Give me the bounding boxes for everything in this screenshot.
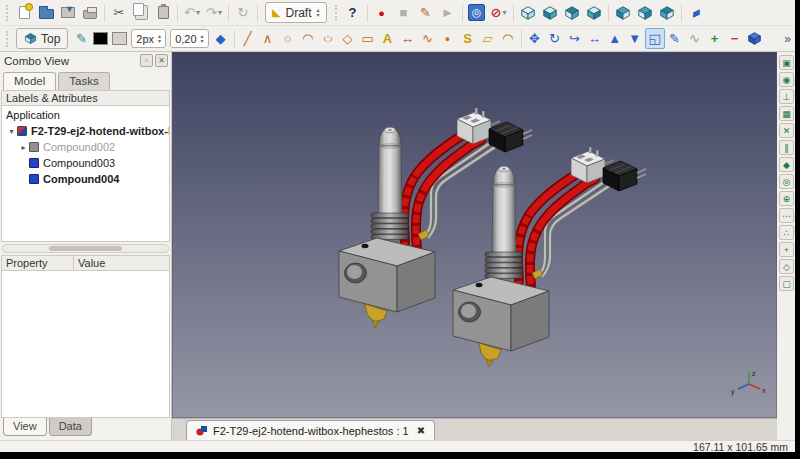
snap-endpoint-button[interactable]: ◉ — [779, 72, 794, 87]
toolbar-handle[interactable] — [6, 5, 9, 21]
redo-button[interactable]: ↷▾ — [203, 2, 225, 23]
draft-bspline-button[interactable]: ∿ — [418, 28, 438, 49]
draft-move-button[interactable]: ✥ — [525, 28, 545, 49]
tab-tasks[interactable]: Tasks — [58, 72, 109, 90]
snap-near-button[interactable]: ∴ — [779, 225, 794, 240]
draft-offset-button[interactable]: ↪ — [565, 28, 585, 49]
property-column-header[interactable]: Property — [1, 255, 73, 271]
snap-intersection-button[interactable]: ✕ — [779, 123, 794, 138]
macro-record-button[interactable]: ● — [371, 2, 393, 23]
snap-special-button[interactable]: ◆ — [779, 157, 794, 172]
draw-style-button[interactable]: ⊘▾ — [488, 2, 510, 23]
draft-point-button[interactable]: ● — [438, 28, 458, 49]
view-bottom-button[interactable] — [634, 2, 656, 23]
line-color-swatch[interactable] — [93, 32, 108, 45]
face-color-swatch[interactable] — [112, 32, 127, 45]
draft-addpoint-button[interactable]: + — [705, 28, 725, 49]
combo-view-titlebar[interactable]: Combo View ▫ ✕ — [0, 52, 171, 69]
draft-edit-button[interactable]: ✎ — [665, 28, 685, 49]
document-tab[interactable]: F2-T29-ej2-hotend-witbox-hephestos : 1 ✖ — [186, 420, 435, 440]
tab-view[interactable]: View — [3, 418, 47, 436]
tab-data[interactable]: Data — [49, 418, 92, 436]
view-rear-button[interactable] — [612, 2, 634, 23]
snap-angle-button[interactable]: ◇ — [779, 259, 794, 274]
view-front-button[interactable] — [539, 2, 561, 23]
toolbar-handle[interactable] — [335, 5, 338, 21]
macro-edit-button[interactable]: ✎ — [415, 2, 437, 23]
snap-extension-button[interactable]: + — [779, 242, 794, 257]
fit-all-button[interactable]: ◎ — [466, 2, 488, 23]
view-right-button[interactable] — [583, 2, 605, 23]
select-plane-button[interactable]: ✎ — [71, 28, 91, 49]
scrollbar-thumb[interactable] — [49, 246, 122, 251]
snap-workingplane-button[interactable]: ▢ — [779, 276, 794, 291]
undo-button[interactable]: ↶▾ — [181, 2, 203, 23]
snap-lock-button[interactable]: ▣ — [779, 55, 794, 70]
draft-arc-button[interactable]: ◠ — [298, 28, 318, 49]
expand-arrow-icon[interactable]: ▾ — [6, 127, 17, 136]
paste-button[interactable] — [152, 2, 174, 23]
draft-dimension-button[interactable]: ↔ — [398, 28, 418, 49]
draft-trimex-button[interactable]: ↔ — [585, 28, 605, 49]
draft-rectangle-button[interactable]: ▭ — [358, 28, 378, 49]
open-file-button[interactable] — [35, 2, 57, 23]
draft-shape2dview-button[interactable] — [745, 28, 765, 49]
collapse-arrow-icon[interactable]: ▸ — [18, 143, 29, 152]
draft-bezier-button[interactable]: ◠ — [498, 28, 518, 49]
macro-stop-button[interactable]: ■ — [393, 2, 415, 23]
panel-float-button[interactable]: ▫ — [140, 54, 153, 67]
line-width-spinbox[interactable]: 2px▴▾ — [131, 29, 166, 48]
tree-item-compound003[interactable]: Compound003 — [2, 155, 169, 171]
snap-parallel-button[interactable]: ∥ — [779, 140, 794, 155]
snap-ortho-button[interactable]: ⊕ — [779, 191, 794, 206]
tab-model[interactable]: Model — [3, 72, 56, 90]
working-plane-button[interactable]: Top — [16, 28, 68, 49]
autogroup-button[interactable]: ◆ — [211, 28, 231, 49]
draft-rotate-button[interactable]: ↻ — [545, 28, 565, 49]
draft-line-button[interactable]: ╱ — [238, 28, 258, 49]
snap-center-button[interactable]: ◎ — [779, 174, 794, 189]
draft-downgrade-button[interactable]: ▼ — [625, 28, 645, 49]
draft-facebinder-button[interactable]: ▱ — [478, 28, 498, 49]
snap-perpendicular-button[interactable]: ⊥ — [779, 89, 794, 104]
macro-play-button[interactable]: ► — [437, 2, 459, 23]
snap-dimensions-button[interactable]: ⋯ — [779, 208, 794, 223]
refresh-button[interactable]: ↻ — [232, 2, 254, 23]
view-left-button[interactable] — [656, 2, 678, 23]
tree-item-compound004[interactable]: Compound004 — [2, 171, 169, 187]
draft-ellipse-button[interactable]: ○ — [318, 28, 338, 49]
global-scale-spinbox[interactable]: 0,20▴▾ — [170, 29, 208, 48]
tree-item-compound002[interactable]: ▸ Compound002 — [2, 139, 169, 155]
draft-polygon-button[interactable]: ◇ — [338, 28, 358, 49]
save-button[interactable] — [57, 2, 79, 23]
draft-wire2bspline-button[interactable]: ∿ — [685, 28, 705, 49]
toolbar-handle[interactable] — [6, 31, 9, 47]
draft-shapestring-button[interactable]: S — [458, 28, 478, 49]
draft-scale-button[interactable]: ◱ — [645, 28, 665, 49]
cut-button[interactable]: ✂ — [108, 2, 130, 23]
panel-close-button[interactable]: ✕ — [155, 54, 168, 67]
copy-button[interactable] — [130, 2, 152, 23]
draft-upgrade-button[interactable]: ▲ — [605, 28, 625, 49]
tree-item-document[interactable]: ▾ F2-T29-ej2-hotend-witbox-hephe — [2, 123, 169, 139]
new-file-button[interactable] — [13, 2, 35, 23]
view-top-button[interactable] — [561, 2, 583, 23]
draft-wire-button[interactable]: ∧ — [258, 28, 278, 49]
draft-circle-button[interactable]: ○ — [278, 28, 298, 49]
3d-viewport[interactable]: z x y — [172, 52, 777, 418]
snap-grid-button[interactable]: ▦ — [779, 106, 794, 121]
draft-text-button[interactable]: A — [378, 28, 398, 49]
draft-delpoint-button[interactable]: − — [725, 28, 745, 49]
document-tab-close-button[interactable]: ✖ — [417, 425, 425, 436]
stop-icon: ■ — [400, 5, 408, 20]
tree-root-application[interactable]: Application — [2, 107, 169, 123]
tree-horizontal-scrollbar[interactable] — [2, 244, 169, 253]
view-axonometric-button[interactable] — [517, 2, 539, 23]
toolbar-overflow-button[interactable]: » — [784, 32, 791, 46]
property-table-body[interactable] — [1, 271, 170, 418]
eraser-button[interactable]: ▰ — [685, 2, 707, 23]
workbench-selector[interactable]: ◣ Draft ▴▾ — [265, 2, 327, 23]
whats-this-button[interactable]: ? — [342, 2, 364, 23]
print-button[interactable] — [79, 2, 101, 23]
value-column-header[interactable]: Value — [73, 255, 170, 271]
